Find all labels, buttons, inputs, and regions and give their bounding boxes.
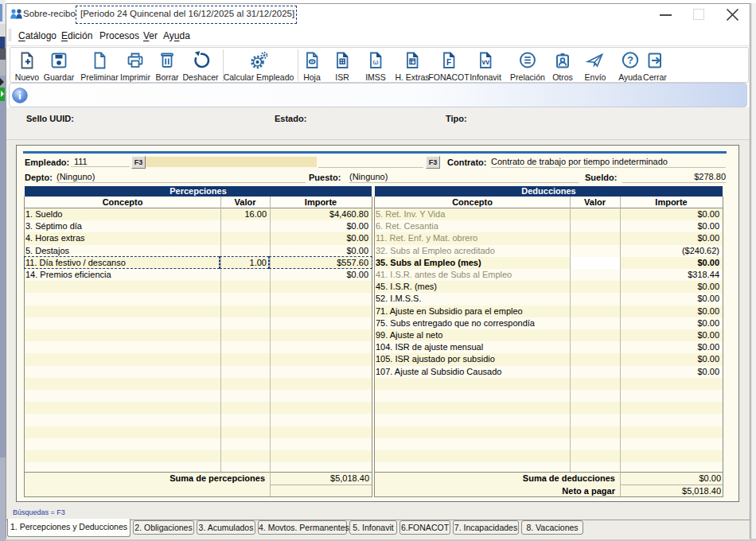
svg-text:F: F (446, 58, 451, 67)
svg-text:ω: ω (372, 58, 378, 66)
svg-text:?: ? (627, 54, 633, 66)
svg-text:vv: vv (481, 58, 489, 66)
